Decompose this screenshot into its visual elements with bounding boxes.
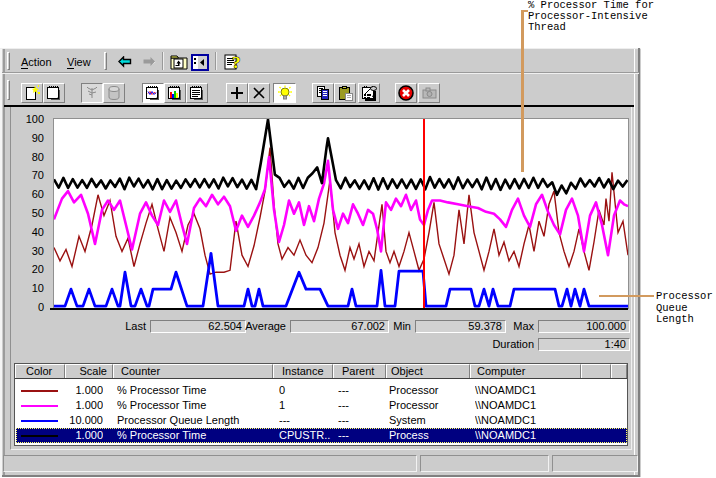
svg-text:?: ? xyxy=(232,53,241,72)
